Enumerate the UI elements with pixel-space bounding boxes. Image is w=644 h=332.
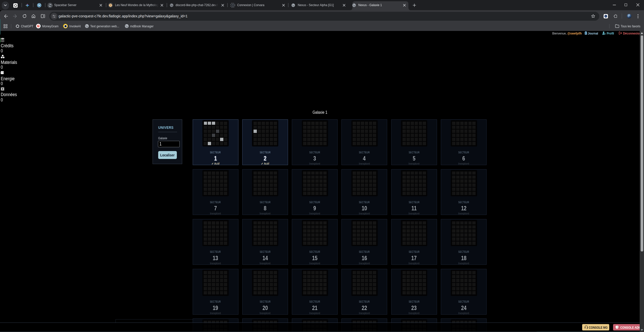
svg-text:W: W bbox=[38, 4, 41, 7]
